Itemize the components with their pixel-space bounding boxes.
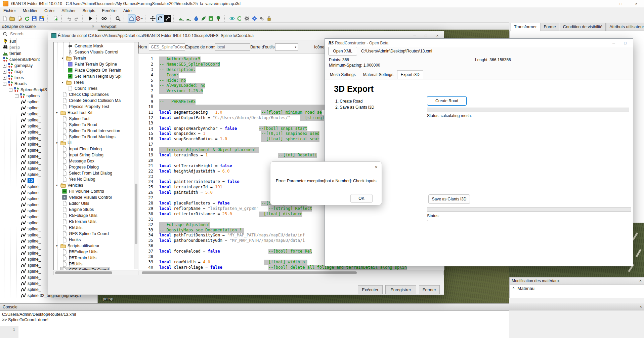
minimize-button[interactable]: ─	[598, 0, 613, 7]
scene-tree-item[interactable]: spline_	[0, 111, 41, 117]
tree-brush-icon[interactable]	[215, 15, 222, 22]
attributes-tab-condition-de-visibilite-[interactable]: Condition de visibilité	[560, 23, 606, 31]
script-tree-item[interactable]: Count Trees	[67, 85, 98, 91]
new-file-icon[interactable]	[1, 15, 8, 22]
save-i3d-button[interactable]: Save as Giants i3D	[428, 194, 470, 204]
scene-tree-item[interactable]: spline_	[0, 141, 41, 147]
script-tree-item[interactable]: GES Spline To Coord	[61, 267, 110, 270]
scene-tree-item[interactable]: spline_	[0, 129, 41, 135]
show-icon[interactable]	[100, 15, 108, 22]
script-tree-item[interactable]: R5Utils	[61, 261, 83, 267]
script-tree-item[interactable]: Message Box	[61, 158, 95, 164]
materials-section-label[interactable]: Matériau	[517, 286, 534, 291]
chevron-down-icon[interactable]: ▾	[56, 141, 59, 145]
script-tree-item[interactable]: R5Foliage Utils	[61, 213, 98, 219]
lock-icon[interactable]	[265, 15, 273, 22]
script-tree-item[interactable]: Fill Volume Control	[61, 188, 105, 194]
play-icon[interactable]	[87, 15, 94, 22]
foliage-paint-icon[interactable]	[200, 15, 207, 22]
menu-scripts[interactable]: Scripts	[79, 7, 98, 14]
script-tree-item[interactable]: R5Utils	[61, 225, 83, 231]
collapse-icon[interactable]: −	[9, 88, 12, 92]
chevron-down-icon[interactable]: ▾	[56, 244, 59, 248]
script-tree-item[interactable]: Check Clip Distances	[61, 91, 110, 98]
script-tree-item[interactable]: Yes No Dialog	[61, 176, 96, 182]
find-icon[interactable]	[114, 15, 122, 22]
console-input[interactable]	[18, 326, 509, 338]
script-tree-item[interactable]: Physics Property Test	[61, 104, 110, 110]
script-tree-item[interactable]: Season Visuals Control	[67, 49, 119, 55]
rc-tab-material-settings[interactable]: Material-Settings	[359, 70, 397, 79]
save-button[interactable]: Enregistrer	[385, 285, 416, 294]
scene-tree-item[interactable]: spline_	[0, 202, 41, 208]
scene-tree-item[interactable]: +map	[0, 69, 23, 75]
scene-tree-item[interactable]: spline_	[0, 190, 41, 196]
script-tree-item[interactable]: ▾Scripts utilisateur	[55, 243, 100, 249]
scene-tree-item[interactable]: spline_	[0, 244, 41, 250]
scene-tree-item[interactable]: spline_	[0, 280, 41, 287]
save-icon[interactable]	[31, 15, 38, 22]
scene-tree-item[interactable]: −SpleneScriptS	[0, 87, 47, 93]
script-tree-item[interactable]: ▾Road Tool Kit	[55, 110, 93, 116]
scale-icon[interactable]	[164, 15, 171, 22]
menu-aide[interactable]: Aide	[120, 7, 135, 14]
reload-icon[interactable]	[236, 15, 243, 22]
script-tree-vscrollbar[interactable]	[134, 42, 138, 269]
script-tree-item[interactable]: GES Spline To Coord	[61, 231, 110, 237]
scene-tree-item[interactable]: terrain	[0, 50, 21, 57]
physics-icon[interactable]	[228, 15, 236, 22]
scene-tree-item[interactable]: spline_	[0, 153, 41, 159]
scene-tree-item[interactable]: spline_	[0, 238, 41, 244]
script-tree-item[interactable]: Paint Terrain By Spline	[67, 61, 118, 67]
script-tree-item[interactable]: Hooks	[61, 237, 82, 243]
script-tree-item[interactable]: ▾Ui	[55, 140, 73, 146]
script-tree-item[interactable]: ▾Vehicles	[55, 182, 84, 188]
script-tree-item[interactable]: Generate Mask	[67, 43, 104, 49]
ok-button[interactable]: OK	[350, 194, 373, 203]
scene-tree-item[interactable]: spline_	[0, 274, 41, 280]
script-tree-item[interactable]: ▾Terrain	[61, 55, 87, 61]
move-icon[interactable]	[149, 15, 157, 22]
script-tree-item[interactable]: Set Terrain Height By Spl	[67, 73, 122, 79]
script-tree-item[interactable]: Spline Tool	[61, 116, 90, 122]
script-tree-item[interactable]: ▾Trees	[61, 79, 85, 85]
terrain-paint-icon[interactable]	[192, 15, 200, 22]
script-name-input[interactable]: GES_SplineToCoord	[149, 43, 185, 51]
scene-tree-item[interactable]: spline_	[0, 262, 41, 268]
script-tree-item[interactable]: Spline To Road Markings	[61, 134, 117, 140]
scene-tree-item[interactable]: spline_	[0, 159, 41, 165]
rotate-icon[interactable]	[157, 15, 164, 22]
scene-tree-item[interactable]: careerStartPoint	[0, 57, 40, 63]
scrollbar-thumb[interactable]	[135, 184, 137, 244]
script-tree-item[interactable]: Select From List Dialog	[61, 170, 113, 176]
script-tree-item[interactable]: R5Foliage Utils	[61, 249, 98, 255]
menu-fichier[interactable]: Fichier	[0, 7, 19, 14]
scene-tree-item[interactable]: spline_	[0, 220, 41, 226]
scene-tree-item[interactable]: persp	[0, 44, 20, 50]
save-as-icon[interactable]	[38, 15, 45, 22]
hide-render-icon[interactable]: ▾	[135, 15, 143, 22]
open-folder-icon[interactable]	[8, 15, 16, 22]
foliage-brush-b-icon[interactable]: B	[207, 15, 215, 22]
scene-tree-item[interactable]: spline_	[0, 135, 41, 141]
scene-tree-item[interactable]: spline_	[0, 123, 41, 129]
terrain-smooth-icon[interactable]	[185, 15, 192, 22]
dialog-close-icon[interactable]: ×	[375, 164, 378, 170]
scene-tree-item[interactable]: spline_	[0, 172, 41, 178]
create-road-button[interactable]: Create Road	[427, 96, 467, 106]
scene-tree-item[interactable]: spline_	[0, 268, 41, 274]
rc-minimize-button[interactable]: ─	[608, 39, 619, 47]
chevron-down-icon[interactable]: ▾	[62, 81, 65, 84]
scene-tree-item[interactable]: spline_	[0, 232, 41, 238]
scene-tree-item[interactable]: spline_	[0, 208, 41, 214]
frame-all-icon[interactable]	[128, 15, 135, 22]
attributes-tab-forme[interactable]: Forme	[541, 23, 559, 31]
namespace-input[interactable]: local	[215, 43, 250, 51]
maximize-button[interactable]: □	[613, 0, 629, 7]
undo-icon[interactable]	[66, 15, 73, 22]
menu-creer[interactable]: Créer	[41, 7, 58, 14]
materials-panel-close-icon[interactable]: ×	[639, 278, 642, 283]
menu-modifier[interactable]: Modifier	[19, 7, 41, 14]
edit-script-icon[interactable]	[16, 15, 23, 22]
scene-tree-item[interactable]: spline_	[0, 214, 41, 220]
